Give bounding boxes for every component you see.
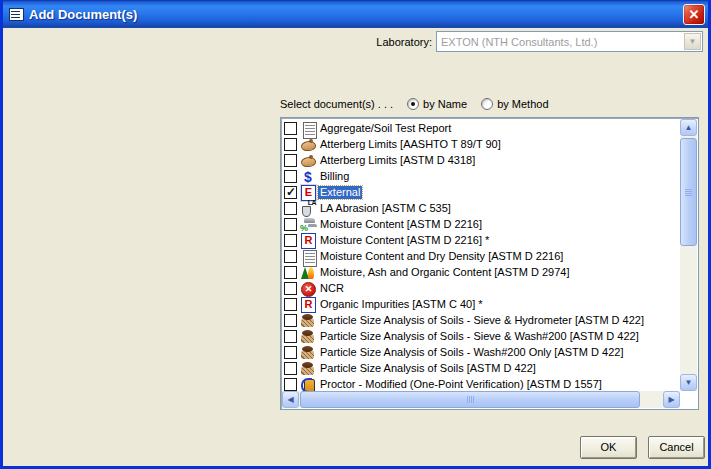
vertical-scrollbar[interactable]: ▲ ▼ (680, 119, 697, 391)
radio-by-name[interactable]: by Name (407, 98, 467, 110)
list-item[interactable]: Billing (282, 168, 680, 184)
atterberg-icon (300, 137, 316, 152)
checkbox[interactable] (284, 314, 297, 327)
laboratory-combobox[interactable]: EXTON (NTH Consultants, Ltd.) ▼ (436, 31, 703, 52)
laboratory-value: EXTON (NTH Consultants, Ltd.) (437, 36, 684, 48)
cancel-button[interactable]: Cancel (648, 436, 705, 459)
close-button[interactable]: ✕ (683, 4, 705, 25)
list-item-label: Particle Size Analysis of Soils - Sieve … (318, 314, 646, 327)
list-item[interactable]: Organic Impurities [ASTM C 40] * (282, 296, 680, 312)
list-item-label: LA Abrasion [ASTM C 535] (318, 202, 453, 215)
external-icon (300, 185, 316, 200)
radio-icon[interactable] (407, 98, 419, 110)
list-item[interactable]: Particle Size Analysis of Soils - Sieve … (282, 312, 680, 328)
scroll-up-icon[interactable]: ▲ (680, 119, 697, 136)
list-item-label: Atterberg Limits [ASTM D 4318] (318, 154, 477, 167)
ncr-icon (300, 281, 316, 296)
list-item[interactable]: Aggregate/Soil Test Report (282, 120, 680, 136)
moisture-icon (300, 217, 316, 232)
sieve-icon (300, 345, 316, 360)
report-icon (300, 249, 316, 264)
list-item-label: Proctor - Modified (One-Point Verificati… (318, 378, 604, 391)
tree-flame-icon (300, 265, 316, 280)
window-title: Add Document(s) (29, 7, 683, 22)
checkbox[interactable] (284, 154, 297, 167)
list-item[interactable]: Particle Size Analysis of Soils - Sieve … (282, 328, 680, 344)
checkbox[interactable] (284, 266, 297, 279)
document-window-icon (9, 8, 24, 21)
document-listbox: Aggregate/Soil Test Report Atterberg Lim… (280, 117, 699, 410)
list-item-label: Moisture Content [ASTM D 2216] * (318, 234, 491, 247)
billing-icon (300, 169, 316, 184)
list-item[interactable]: Moisture Content [ASTM D 2216] (282, 216, 680, 232)
laboratory-label: Laboratory: (366, 36, 432, 48)
list-item-label: External (318, 186, 362, 199)
list-item-label: Moisture, Ash and Organic Content [ASTM … (318, 266, 571, 279)
list-item[interactable]: Moisture Content [ASTM D 2216] * (282, 232, 680, 248)
list-item-label: Moisture Content and Dry Density [ASTM D… (318, 250, 565, 263)
sieve-icon (300, 329, 316, 344)
radio-by-method[interactable]: by Method (481, 98, 548, 110)
list-item[interactable]: NCR (282, 280, 680, 296)
checkbox[interactable] (284, 378, 297, 391)
scroll-down-icon[interactable]: ▼ (680, 374, 697, 391)
titlebar[interactable]: Add Document(s) ✕ (0, 0, 711, 28)
radio-icon[interactable] (481, 98, 493, 110)
list-item-label: Particle Size Analysis of Soils - Wash#2… (318, 346, 625, 359)
list-item-label: Atterberg Limits [AASHTO T 89/T 90] (318, 138, 503, 151)
chevron-down-icon[interactable]: ▼ (684, 33, 701, 50)
list-item-label: NCR (318, 282, 346, 295)
list-item[interactable]: External (282, 184, 680, 200)
checkbox[interactable] (284, 282, 297, 295)
report-icon (300, 121, 316, 136)
checkbox[interactable] (284, 218, 297, 231)
list-item[interactable]: Atterberg Limits [ASTM D 4318] (282, 152, 680, 168)
checkbox[interactable] (284, 170, 297, 183)
list-item-label: Aggregate/Soil Test Report (318, 122, 453, 135)
checkbox[interactable] (284, 138, 297, 151)
list-item[interactable]: Moisture, Ash and Organic Content [ASTM … (282, 264, 680, 280)
checkbox[interactable] (284, 122, 297, 135)
add-documents-dialog: Add Document(s) ✕ Laboratory: EXTON (NTH… (0, 0, 711, 469)
vertical-scroll-thumb[interactable] (680, 138, 697, 246)
list-item-label: Particle Size Analysis of Soils - Sieve … (318, 330, 641, 343)
list-item-label: Organic Impurities [ASTM C 40] * (318, 298, 485, 311)
radio-by-method-label: by Method (497, 98, 548, 110)
checkbox[interactable] (284, 330, 297, 343)
horizontal-scroll-thumb[interactable] (300, 391, 640, 408)
ok-button[interactable]: OK (580, 436, 637, 459)
la-abrasion-icon (300, 201, 316, 216)
list-item[interactable]: Moisture Content and Dry Density [ASTM D… (282, 248, 680, 264)
checkbox[interactable] (284, 362, 297, 375)
rboxed-icon (300, 233, 316, 248)
sieve-icon (300, 313, 316, 328)
document-list: Aggregate/Soil Test Report Atterberg Lim… (282, 120, 680, 391)
list-item[interactable]: LA Abrasion [ASTM C 535] (282, 200, 680, 216)
list-item-label: Billing (318, 170, 351, 183)
checkbox[interactable] (284, 186, 297, 199)
checkbox[interactable] (284, 202, 297, 215)
scroll-right-icon[interactable]: ▶ (663, 391, 680, 408)
checkbox[interactable] (284, 250, 297, 263)
radio-by-name-label: by Name (423, 98, 467, 110)
list-item-label: Particle Size Analysis of Soils [ASTM D … (318, 362, 538, 375)
list-item[interactable]: Particle Size Analysis of Soils - Wash#2… (282, 344, 680, 360)
atterberg-icon (300, 153, 316, 168)
list-item[interactable]: Particle Size Analysis of Soils [ASTM D … (282, 360, 680, 376)
checkbox[interactable] (284, 346, 297, 359)
list-item[interactable]: Proctor - Modified (One-Point Verificati… (282, 376, 680, 391)
list-item-label: Moisture Content [ASTM D 2216] (318, 218, 484, 231)
horizontal-scrollbar[interactable]: ◀ ▶ (282, 391, 680, 408)
list-item[interactable]: Atterberg Limits [AASHTO T 89/T 90] (282, 136, 680, 152)
rboxed-icon (300, 297, 316, 312)
checkbox[interactable] (284, 298, 297, 311)
proctor-icon (300, 377, 316, 392)
checkbox[interactable] (284, 234, 297, 247)
select-documents-label: Select document(s) . . . (280, 98, 393, 110)
sieve-icon (300, 361, 316, 376)
scroll-left-icon[interactable]: ◀ (282, 391, 299, 408)
